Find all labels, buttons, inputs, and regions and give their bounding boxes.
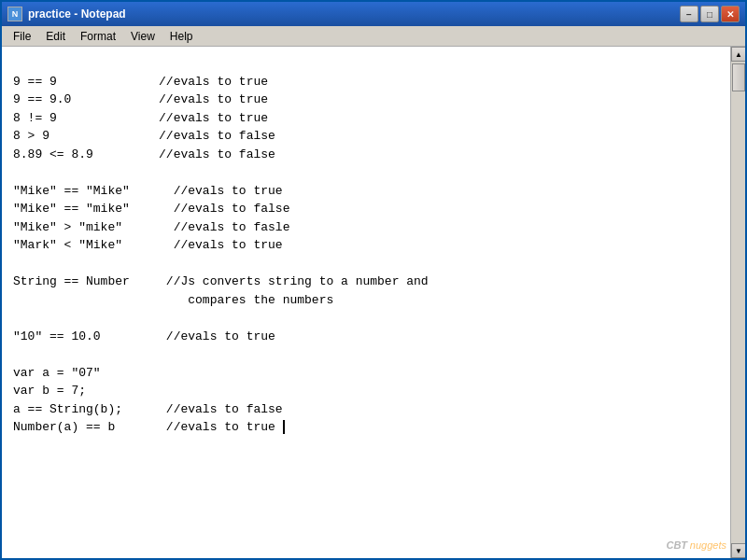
minimize-button[interactable]: − bbox=[680, 6, 698, 22]
notepad-window: N practice - Notepad − □ ✕ File Edit For… bbox=[0, 0, 747, 560]
app-icon: N bbox=[7, 7, 22, 21]
window-title: practice - Notepad bbox=[28, 7, 126, 21]
watermark: CBT nuggets bbox=[666, 539, 726, 551]
vertical-scrollbar[interactable]: ▲ ▼ bbox=[730, 47, 745, 558]
scroll-track[interactable] bbox=[731, 62, 745, 543]
menu-edit[interactable]: Edit bbox=[38, 28, 73, 45]
title-bar-controls: − □ ✕ bbox=[680, 6, 740, 22]
menu-view[interactable]: View bbox=[123, 28, 162, 45]
menu-bar: File Edit Format View Help bbox=[2, 26, 745, 47]
title-bar: N practice - Notepad − □ ✕ bbox=[2, 2, 745, 26]
close-button[interactable]: ✕ bbox=[721, 6, 740, 22]
title-bar-left: N practice - Notepad bbox=[7, 7, 126, 21]
scroll-up-button[interactable]: ▲ bbox=[731, 47, 745, 62]
scroll-thumb[interactable] bbox=[732, 63, 745, 91]
menu-format[interactable]: Format bbox=[73, 28, 123, 45]
text-editor[interactable]: 9 == 9 //evals to true 9 == 9.0 //evals … bbox=[2, 47, 730, 558]
menu-file[interactable]: File bbox=[6, 28, 38, 45]
maximize-button[interactable]: □ bbox=[700, 6, 719, 22]
scroll-down-button[interactable]: ▼ bbox=[731, 543, 745, 558]
content-area: 9 == 9 //evals to true 9 == 9.0 //evals … bbox=[2, 47, 745, 558]
menu-help[interactable]: Help bbox=[162, 28, 201, 45]
